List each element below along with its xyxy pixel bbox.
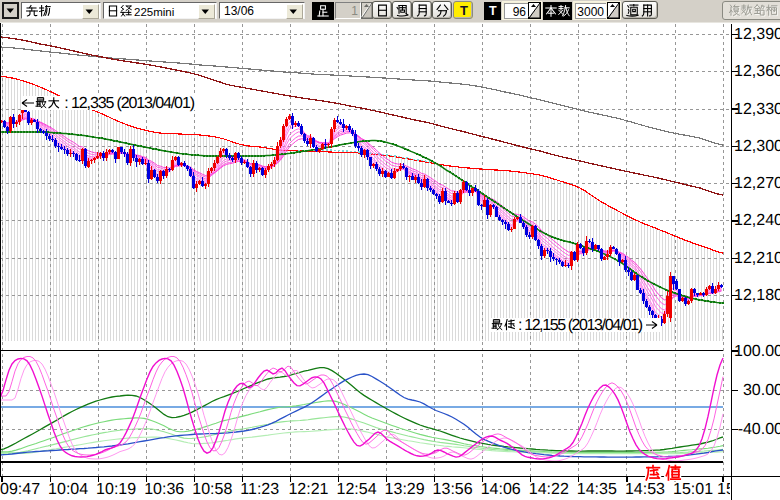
svg-text:10:04: 10:04 — [48, 481, 88, 498]
svg-text:14:53: 14:53 — [625, 481, 665, 498]
svg-text:30.00: 30.00 — [743, 382, 780, 399]
svg-text:10:58: 10:58 — [192, 481, 232, 498]
svg-text:12:54: 12:54 — [337, 481, 377, 498]
svg-text:14:35: 14:35 — [577, 481, 617, 498]
svg-text:12,180: 12,180 — [734, 287, 780, 304]
svg-text:12,240: 12,240 — [734, 212, 780, 229]
svg-text:225mini: 225mini — [134, 5, 174, 17]
svg-text:11:23: 11:23 — [240, 481, 279, 498]
svg-text:100.00: 100.00 — [734, 343, 780, 360]
svg-text:10:19: 10:19 — [96, 481, 136, 498]
svg-text:14:06: 14:06 — [481, 481, 521, 498]
svg-text:12,390: 12,390 — [734, 26, 780, 43]
svg-text:: 12,335 (2013/04/01): : 12,335 (2013/04/01) — [61, 95, 195, 112]
svg-text:09:47: 09:47 — [0, 481, 40, 498]
svg-text:10:36: 10:36 — [144, 481, 184, 498]
svg-text:15:01: 15:01 — [673, 481, 713, 498]
svg-text:13:56: 13:56 — [433, 481, 473, 498]
svg-text:12,330: 12,330 — [734, 101, 780, 118]
svg-text:12,300: 12,300 — [734, 138, 780, 155]
svg-text:13:29: 13:29 — [385, 481, 425, 498]
svg-text:: 12,155 (2013/04/01): : 12,155 (2013/04/01) — [515, 317, 643, 334]
svg-text:14:22: 14:22 — [529, 481, 569, 498]
svg-text:-40.00: -40.00 — [738, 421, 780, 438]
svg-text:12:21: 12:21 — [288, 481, 328, 498]
svg-text:12,210: 12,210 — [734, 250, 780, 267]
svg-text:12,270: 12,270 — [734, 175, 780, 192]
svg-text:12,360: 12,360 — [734, 63, 780, 80]
